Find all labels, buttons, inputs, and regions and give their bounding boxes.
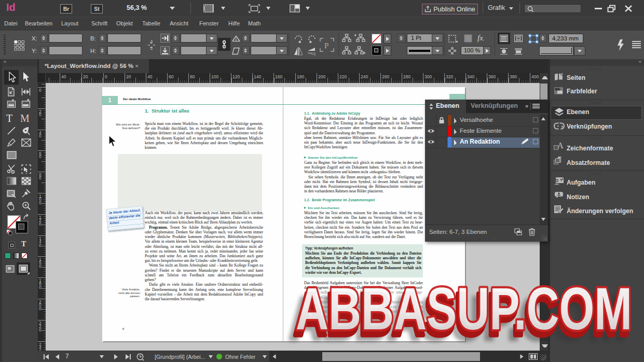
svg-text:ABBASUP.COM: ABBASUP.COM bbox=[296, 277, 632, 342]
svg-text:P: P bbox=[324, 41, 328, 50]
